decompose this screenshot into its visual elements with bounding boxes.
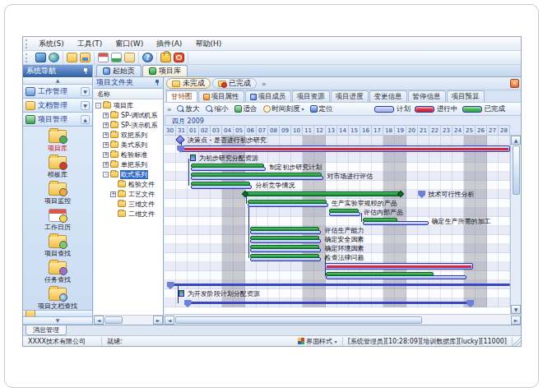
tool-button[interactable]: 缩小	[206, 104, 229, 114]
view-tab[interactable]: 未完成	[166, 78, 211, 89]
sidebar-item[interactable]: 模板库	[23, 156, 92, 179]
tree-node[interactable]: 二维文件	[94, 209, 163, 219]
sidebar-item[interactable]: 工作日历	[23, 209, 92, 232]
summary-bar-inprogress[interactable]	[179, 145, 510, 152]
scroll-right-icon[interactable]: ►	[153, 316, 163, 325]
tab-message-management[interactable]: 消息管理	[26, 325, 67, 335]
sidebar-item[interactable]: 项目监控	[23, 182, 92, 205]
detail-tab[interactable]: 变更信息	[369, 90, 407, 102]
nav-scroll-down[interactable]: ▼	[23, 317, 92, 325]
nav-group-header[interactable]: 项目管理▲	[23, 113, 92, 127]
view-tab[interactable]: 已完成	[212, 78, 257, 89]
gantt-vscrollbar[interactable]: ▲ ▼	[510, 136, 521, 314]
folder-save-icon[interactable]	[80, 53, 90, 62]
tool-button[interactable]: 适合	[234, 104, 258, 114]
nav-group-header[interactable]: 工作管理▼	[23, 85, 92, 99]
task-bar[interactable]	[250, 245, 322, 252]
tree-node[interactable]: +美式系列	[94, 140, 163, 150]
assignment-icon[interactable]	[190, 154, 196, 161]
tree-hscrollbar[interactable]: ◄ ►	[94, 315, 163, 325]
tree-column-header[interactable]: 名称	[94, 89, 163, 99]
detail-tab[interactable]: 项目属性	[198, 90, 244, 102]
scroll-left-icon[interactable]: ◄	[165, 316, 174, 325]
detail-tab[interactable]: 甘特图	[166, 90, 197, 102]
pin-icon[interactable]	[155, 80, 160, 85]
menu-item[interactable]: 系统(S)	[32, 38, 71, 50]
nav-scroll-up[interactable]: ▲	[23, 77, 92, 85]
scroll-right-icon[interactable]: ►	[511, 316, 521, 325]
scroll-thumb[interactable]	[513, 145, 520, 195]
tool-button[interactable]: 放大	[177, 104, 200, 114]
scroll-thumb[interactable]	[175, 316, 422, 324]
menu-item[interactable]: 插件(A)	[150, 38, 188, 50]
tree-node[interactable]: +检验标准	[94, 150, 163, 159]
lock-icon[interactable]	[160, 53, 171, 62]
task-bar[interactable]	[329, 209, 360, 216]
tree-node[interactable]: 检验文件	[94, 179, 163, 189]
expand-icon[interactable]: +	[103, 122, 109, 128]
help-icon[interactable]	[142, 53, 153, 62]
scroll-left-icon[interactable]: ◄	[94, 316, 104, 325]
detail-tab[interactable]: 暂停信息	[408, 90, 446, 102]
chart-icon[interactable]	[111, 53, 122, 62]
pin-icon[interactable]	[83, 68, 89, 74]
sidebar-item[interactable]: 项目库	[23, 130, 92, 153]
menu-item[interactable]: 工具(T)	[71, 38, 109, 50]
expand-icon[interactable]: +	[103, 113, 109, 118]
tool-button[interactable]: 时间刻度▾	[263, 104, 304, 114]
scroll-up-icon[interactable]: ▲	[511, 136, 521, 145]
expand-icon[interactable]: +	[110, 191, 116, 197]
task-bar[interactable]	[250, 254, 322, 261]
document-tab[interactable]: 起始页	[96, 65, 142, 76]
report-icon[interactable]	[124, 53, 135, 62]
task-bar[interactable]	[326, 272, 466, 279]
close-tab-button[interactable]: ×	[510, 79, 519, 88]
style-button[interactable]: 界面样式 ▾	[293, 337, 343, 346]
gantt-hscrollbar[interactable]: ◄ ►	[165, 314, 521, 325]
globe-icon[interactable]	[49, 53, 59, 62]
document-tab[interactable]: 项目库	[142, 65, 188, 76]
tree-node[interactable]: -项目库	[94, 100, 163, 110]
toolbar-overflow-chevron[interactable]: »	[167, 105, 172, 113]
stop-icon[interactable]	[174, 53, 184, 62]
expand-icon[interactable]: +	[103, 142, 109, 148]
summary-bar-complete[interactable]	[245, 191, 401, 196]
nav-group-collapsed[interactable]	[23, 310, 92, 317]
overflow-chevron[interactable]: »	[258, 80, 270, 88]
sidebar-item[interactable]: 项目文档查找	[23, 288, 92, 310]
expand-icon[interactable]: +	[103, 152, 109, 158]
chevron-up-icon[interactable]: ▲	[81, 115, 90, 124]
baseline-bar[interactable]	[187, 302, 471, 304]
chevron-down-icon[interactable]: ▼	[81, 101, 90, 110]
detail-tab[interactable]: 项目成员	[245, 90, 291, 102]
scroll-down-icon[interactable]: ▼	[511, 305, 521, 314]
tool-button[interactable]: 定位	[310, 104, 333, 114]
baseline-bar[interactable]	[169, 284, 510, 286]
assignment-icon[interactable]	[179, 290, 184, 297]
tree-node[interactable]: +SP-调试机系	[94, 110, 163, 120]
menu-item[interactable]: 窗口(W)	[109, 38, 150, 50]
task-bar[interactable]	[248, 200, 328, 207]
chevron-down-icon[interactable]: ▼	[81, 87, 90, 96]
task-bar[interactable]	[191, 164, 266, 171]
task-bar[interactable]	[191, 173, 323, 180]
tree-node[interactable]: +单把系列	[94, 159, 163, 169]
expand-icon[interactable]: +	[103, 132, 109, 138]
sidebar-item[interactable]: 任务查找	[23, 261, 92, 284]
task-bar[interactable]	[363, 218, 429, 225]
sidebar-item[interactable]: 项目查找	[23, 235, 92, 258]
resize-grip[interactable]	[513, 337, 521, 346]
task-bar[interactable]	[250, 227, 322, 234]
tree-node[interactable]: +SP-演示机系	[94, 120, 163, 130]
nav-group-header[interactable]: 文档管理▼	[23, 99, 92, 113]
task-bar[interactable]	[191, 182, 252, 189]
collapse-icon[interactable]: -	[103, 172, 109, 178]
tree-node[interactable]: +工艺文件	[94, 189, 163, 199]
menu-item[interactable]: 帮助(H)	[188, 38, 228, 50]
expand-icon[interactable]: +	[103, 162, 109, 168]
monitor-icon[interactable]	[35, 53, 46, 62]
tree-node[interactable]: -欧式系列	[94, 169, 163, 179]
collapse-icon[interactable]: -	[95, 103, 101, 108]
detail-tab[interactable]: 项目预算	[447, 90, 485, 102]
task-bar[interactable]	[250, 236, 322, 243]
